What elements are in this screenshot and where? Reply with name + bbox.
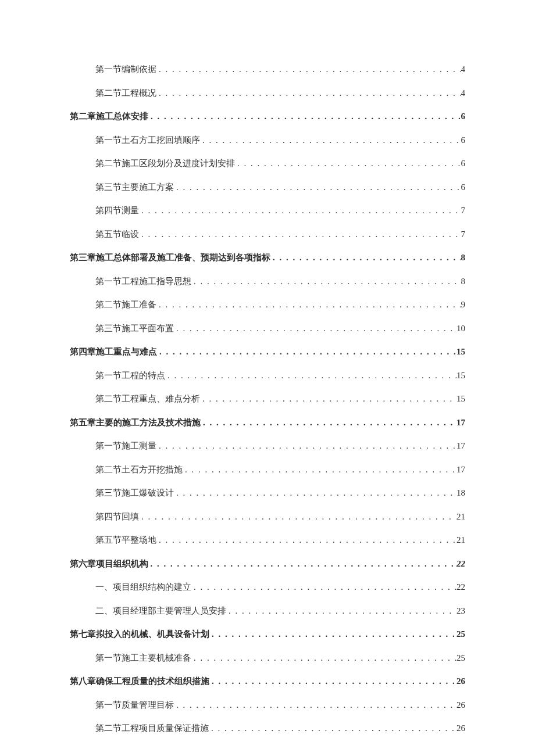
toc-leader-dots: [270, 252, 461, 263]
toc-entry: 第六章项目组织机构22: [70, 558, 465, 569]
toc-title: 第三章施工总体部署及施工准备、预期达到各项指标: [70, 252, 270, 263]
toc-entry: 第八章确保工程质量的技术组织措施26: [70, 676, 465, 686]
toc-entry: 第三节施工平面布置10: [70, 323, 465, 334]
toc-leader-dots: [174, 488, 456, 498]
toc-leader-dots: [139, 205, 461, 216]
toc-page-number: 10: [456, 323, 465, 334]
toc-page-number: 26: [456, 676, 465, 686]
toc-entry: 第一节工程施工指导思想8: [70, 276, 465, 286]
toc-page-number: 17: [456, 417, 465, 428]
toc-page-number: 26: [456, 723, 465, 733]
toc-title: 第二节施工区段划分及进度计划安排: [95, 158, 235, 169]
toc-page-number: 25: [456, 629, 465, 639]
toc-leader-dots: [139, 511, 456, 522]
toc-entry: 第一节编制依据4: [70, 64, 465, 74]
toc-page-number: 8: [461, 252, 466, 263]
table-of-contents: 第一节编制依据4第二节工程概况4第二章施工总体安排6第一节土石方工挖回填顺序6第…: [70, 64, 465, 733]
toc-leader-dots: [156, 64, 461, 74]
toc-leader-dots: [200, 393, 456, 404]
toc-title: 第三节主要施工方案: [95, 182, 174, 192]
toc-leader-dots: [156, 535, 456, 545]
toc-page-number: 22: [456, 558, 465, 569]
toc-entry: 第一节质量管理目标26: [70, 700, 465, 710]
toc-page-number: 25: [456, 653, 465, 663]
toc-title: 第一节质量管理目标: [95, 700, 174, 710]
toc-title: 第二节工程概况: [95, 88, 156, 98]
toc-entry: 第二节施工区段划分及进度计划安排6: [70, 158, 465, 169]
toc-entry: 第五章主要的施工方法及技术措施17: [70, 417, 465, 428]
toc-leader-dots: [174, 182, 461, 192]
toc-page-number: 15: [456, 393, 465, 404]
toc-entry: 第一节工程的特点15: [70, 370, 465, 381]
toc-entry: 第二节工程项目质量保证措施26: [70, 723, 465, 733]
toc-entry: 第三节施工爆破设计18: [70, 488, 465, 498]
toc-leader-dots: [156, 88, 461, 98]
toc-page-number: 17: [456, 440, 465, 451]
toc-page-number: 21: [456, 535, 465, 545]
toc-entry: 第二节施工准备9: [70, 299, 465, 310]
toc-page-number: 6: [461, 182, 466, 192]
toc-entry: 一、项目组织结构的建立22: [70, 582, 465, 592]
toc-page-number: 7: [461, 205, 466, 216]
toc-title: 第二节施工准备: [95, 299, 156, 310]
toc-title: 第三节施工平面布置: [95, 323, 174, 334]
toc-title: 一、项目组织结构的建立: [95, 582, 191, 592]
toc-page-number: 23: [456, 605, 465, 616]
toc-leader-dots: [157, 346, 456, 357]
toc-entry: 第七章拟投入的机械、机具设备计划25: [70, 629, 465, 639]
toc-title: 第二节工程重点、难点分析: [95, 393, 200, 404]
toc-entry: 第一节土石方工挖回填顺序6: [70, 135, 465, 145]
toc-title: 第七章拟投入的机械、机具设备计划: [70, 629, 209, 639]
toc-page-number: 15: [456, 346, 465, 357]
toc-page-number: 26: [456, 700, 465, 710]
toc-leader-dots: [139, 229, 461, 239]
toc-title: 第五节平整场地: [95, 535, 156, 545]
toc-title: 第一节施工主要机械准备: [95, 653, 191, 663]
toc-leader-dots: [183, 464, 456, 475]
toc-page-number: 18: [456, 488, 465, 498]
toc-entry: 第二节工程概况4: [70, 88, 465, 98]
toc-leader-dots: [156, 299, 461, 310]
toc-title: 第一节工程的特点: [95, 370, 165, 381]
toc-leader-dots: [200, 135, 461, 145]
toc-title: 第一节工程施工指导思想: [95, 276, 191, 286]
toc-title: 第四节回填: [95, 511, 139, 522]
toc-title: 第八章确保工程质量的技术组织措施: [70, 676, 209, 686]
toc-entry: 第一节施工测量17: [70, 440, 465, 451]
toc-title: 第二章施工总体安排: [70, 111, 148, 121]
toc-page-number: 6: [461, 135, 466, 145]
toc-leader-dots: [156, 440, 456, 451]
toc-entry: 第四节回填21: [70, 511, 465, 522]
toc-page-number: 4: [461, 64, 466, 74]
toc-leader-dots: [209, 723, 456, 733]
toc-page: 第一节编制依据4第二节工程概况4第二章施工总体安排6第一节土石方工挖回填顺序6第…: [0, 0, 535, 756]
toc-entry: 第二章施工总体安排6: [70, 111, 465, 121]
toc-title: 第四章施工重点与难点: [70, 346, 157, 357]
toc-entry: 第五节临设7: [70, 229, 465, 239]
toc-entry: 第三章施工总体部署及施工准备、预期达到各项指标8: [70, 252, 465, 263]
toc-entry: 第四节测量7: [70, 205, 465, 216]
toc-leader-dots: [209, 629, 456, 639]
toc-title: 第二节工程项目质量保证措施: [95, 723, 209, 733]
toc-title: 第五章主要的施工方法及技术措施: [70, 417, 201, 428]
toc-entry: 第一节施工主要机械准备25: [70, 653, 465, 663]
toc-page-number: 9: [461, 299, 466, 310]
toc-leader-dots: [209, 676, 456, 686]
toc-title: 二、项目经理部主要管理人员安排: [95, 605, 226, 616]
toc-leader-dots: [174, 700, 456, 710]
toc-leader-dots: [148, 111, 461, 121]
toc-title: 第六章项目组织机构: [70, 558, 148, 569]
toc-entry: 第四章施工重点与难点15: [70, 346, 465, 357]
toc-page-number: 7: [461, 229, 466, 239]
toc-entry: 第五节平整场地21: [70, 535, 465, 545]
toc-page-number: 21: [456, 511, 465, 522]
toc-title: 第一节土石方工挖回填顺序: [95, 135, 200, 145]
toc-leader-dots: [191, 276, 461, 286]
toc-title: 第一节施工测量: [95, 440, 156, 451]
toc-entry: 第二节工程重点、难点分析15: [70, 393, 465, 404]
toc-leader-dots: [148, 558, 456, 569]
toc-leader-dots: [191, 582, 456, 592]
toc-page-number: 8: [461, 276, 466, 286]
toc-page-number: 6: [461, 158, 466, 169]
toc-leader-dots: [235, 158, 461, 169]
